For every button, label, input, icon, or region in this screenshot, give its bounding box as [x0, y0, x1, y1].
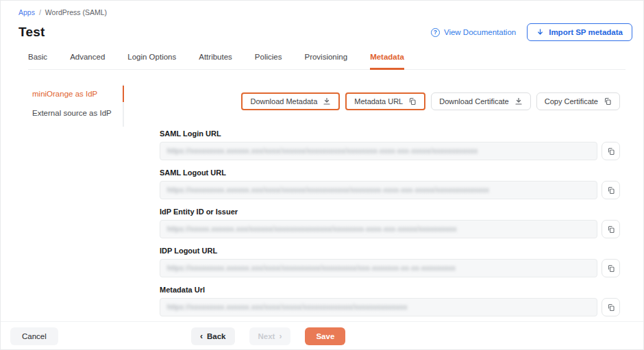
idp-entity-id-input[interactable]: https://xxxxx.xxxxxx.xxx/xxxxxx/xxxxxxxx…	[160, 220, 597, 238]
tab-provisioning[interactable]: Provisioning	[304, 48, 347, 70]
download-icon	[515, 97, 523, 105]
app-window: Apps / WordPress (SAML) Test View Docume…	[0, 0, 644, 350]
redacted-value: https://xxxxx.xxxxxx.xxx/xxxxxx/xxxxxxxx…	[167, 225, 457, 233]
field-saml-logout-url: SAML Logout URL https://xxxxxxxxx.xxxxxx…	[160, 168, 620, 199]
redacted-value: https://xxxxxxxxx.xxxxxx.xxx/xxxx/xxxxxx…	[167, 147, 478, 155]
save-button[interactable]: Save	[305, 327, 345, 345]
saml-login-url-input[interactable]: https://xxxxxxxxx.xxxxxx.xxx/xxxx/xxxxxx…	[160, 142, 597, 160]
tab-policies[interactable]: Policies	[255, 48, 282, 70]
download-metadata-label: Download Metadata	[250, 97, 317, 105]
question-circle-icon	[431, 28, 440, 37]
copy-field-button[interactable]	[602, 220, 620, 238]
copy-field-button[interactable]	[602, 298, 620, 316]
import-sp-metadata-button[interactable]: Import SP metadata	[527, 23, 632, 41]
metadata-url-input[interactable]: https://xxxxxxxxx.xxxxxx.xxx/xxxx/xxxxx/…	[160, 298, 597, 316]
wizard-buttons: ‹ Back Next › Save	[191, 327, 345, 345]
redacted-value: https://xxxxxxxxx.xxxxxx.xxx/xxxx/xxxxx/…	[167, 303, 408, 311]
copy-icon	[607, 186, 615, 195]
copy-field-button[interactable]	[602, 259, 620, 277]
metadata-url-label: Metadata URL	[354, 97, 403, 105]
copy-field-button[interactable]	[602, 142, 620, 160]
field-label: Metadata Url	[160, 286, 620, 294]
sidebar-item-external-source-as-idp[interactable]: External source as IdP	[18, 103, 123, 123]
copy-field-button[interactable]	[602, 181, 620, 199]
field-label: SAML Login URL	[160, 129, 620, 138]
metadata-content: Download Metadata Metadata URL Download …	[124, 84, 643, 325]
download-certificate-label: Download Certificate	[439, 97, 509, 105]
tab-metadata[interactable]: Metadata	[370, 48, 404, 70]
field-idp-logout-url: IDP Logout URL https://xxxxxxxxx.xxxxxx.…	[160, 247, 620, 277]
cancel-button[interactable]: Cancel	[10, 327, 58, 345]
tab-login-options[interactable]: Login Options	[127, 48, 176, 70]
idp-logout-url-input[interactable]: https://xxxxxxxxx.xxxxxx.xxx/xxxx/xxxxxx…	[160, 259, 597, 277]
field-label: IDP Logout URL	[160, 247, 620, 255]
field-label: IdP Entity ID or Issuer	[160, 208, 620, 216]
download-icon	[323, 97, 331, 105]
copy-certificate-label: Copy Certificate	[545, 97, 598, 105]
tab-bar: Basic Advanced Login Options Attributes …	[28, 48, 626, 70]
redacted-value: https://xxxxxxxxx.xxxxxx.xxx/xxxx/xxxxxx…	[167, 186, 489, 194]
field-idp-entity-id: IdP Entity ID or Issuer https://xxxxx.xx…	[160, 208, 620, 238]
saml-logout-url-input[interactable]: https://xxxxxxxxx.xxxxxx.xxx/xxxx/xxxxxx…	[160, 181, 597, 199]
footer-bar: Cancel ‹ Back Next › Save	[1, 321, 643, 349]
breadcrumb: Apps / WordPress (SAML)	[1, 1, 643, 16]
copy-icon	[607, 225, 615, 234]
field-label: SAML Logout URL	[160, 168, 620, 177]
tab-attributes[interactable]: Attributes	[199, 48, 232, 70]
copy-icon	[607, 303, 615, 312]
metadata-fields: SAML Login URL https://xxxxxxxxx.xxxxxx.…	[160, 129, 620, 316]
idp-source-nav: miniOrange as IdP External source as IdP	[18, 84, 124, 127]
tab-advanced[interactable]: Advanced	[70, 48, 105, 70]
metadata-url-button[interactable]: Metadata URL	[345, 92, 425, 110]
sidebar-item-miniorange-as-idp[interactable]: miniOrange as IdP	[18, 84, 123, 103]
copy-icon	[408, 97, 417, 105]
copy-icon	[607, 264, 615, 273]
view-documentation-link[interactable]: View Documentation	[431, 28, 516, 37]
back-button[interactable]: ‹ Back	[191, 327, 235, 345]
field-saml-login-url: SAML Login URL https://xxxxxxxxx.xxxxxx.…	[160, 129, 620, 160]
main-area: miniOrange as IdP External source as IdP…	[1, 84, 643, 325]
chevron-right-icon: ›	[279, 332, 282, 341]
copy-icon	[607, 147, 615, 155]
view-documentation-label: View Documentation	[444, 28, 516, 36]
tab-basic[interactable]: Basic	[28, 48, 47, 70]
field-metadata-url: Metadata Url https://xxxxxxxxx.xxxxxx.xx…	[160, 286, 620, 316]
next-label: Next	[258, 332, 275, 340]
import-sp-metadata-label: Import SP metadata	[549, 28, 623, 36]
download-certificate-button[interactable]: Download Certificate	[431, 92, 531, 110]
copy-icon	[604, 97, 612, 105]
page-header: Test View Documentation Import SP metada…	[1, 16, 643, 41]
next-button[interactable]: Next ›	[249, 327, 291, 345]
download-metadata-button[interactable]: Download Metadata	[241, 92, 340, 110]
breadcrumb-separator: /	[39, 8, 41, 16]
chevron-left-icon: ‹	[200, 332, 203, 341]
breadcrumb-apps-link[interactable]: Apps	[18, 8, 35, 16]
metadata-action-bar: Download Metadata Metadata URL Download …	[160, 92, 620, 110]
page-title: Test	[18, 25, 45, 40]
download-arrow-icon	[536, 28, 544, 36]
redacted-value: https://xxxxxxxxx.xxxxxx.xxx/xxxx/xxxxxx…	[167, 264, 456, 272]
breadcrumb-current: WordPress (SAML)	[45, 8, 107, 16]
back-label: Back	[207, 332, 226, 340]
copy-certificate-button[interactable]: Copy Certificate	[536, 92, 620, 110]
